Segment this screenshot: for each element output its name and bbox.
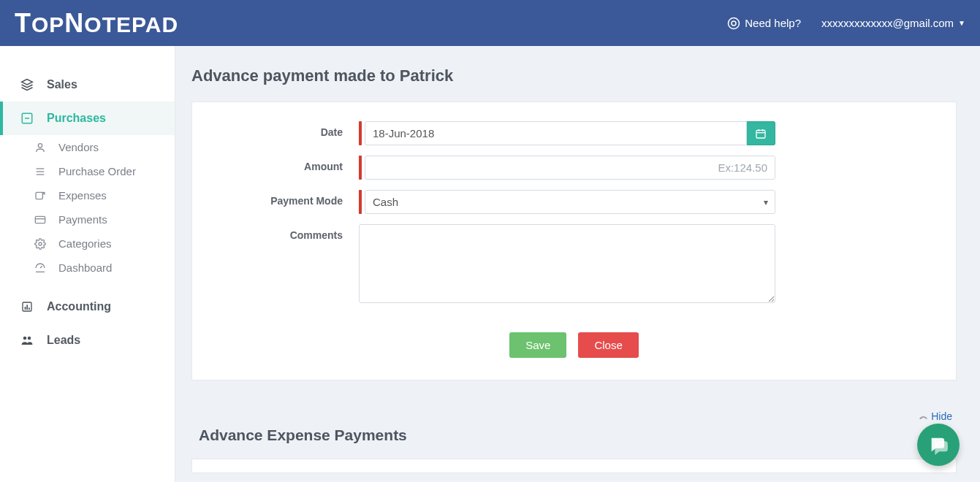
sidebar-item-categories[interactable]: Categories bbox=[0, 232, 175, 256]
svg-rect-9 bbox=[36, 192, 42, 199]
sidebar-item-purchase-order[interactable]: Purchase Order bbox=[0, 159, 175, 183]
sidebar-label-dashboard: Dashboard bbox=[58, 261, 112, 274]
hide-label: Hide bbox=[931, 410, 952, 422]
chevron-up-icon: ︽ bbox=[919, 410, 928, 422]
gauge-icon bbox=[34, 262, 47, 274]
chart-icon bbox=[20, 301, 34, 313]
sidebar-item-leads[interactable]: Leads bbox=[0, 324, 175, 357]
gear-icon bbox=[34, 238, 47, 250]
calendar-icon bbox=[755, 128, 767, 139]
payment-mode-select[interactable]: Cash bbox=[365, 190, 775, 214]
close-button[interactable]: Close bbox=[578, 332, 638, 358]
user-icon bbox=[34, 142, 47, 153]
save-button[interactable]: Save bbox=[509, 332, 566, 358]
chevron-down-icon: ▼ bbox=[958, 19, 965, 27]
comments-textarea[interactable] bbox=[359, 224, 775, 303]
sidebar-item-sales[interactable]: Sales bbox=[0, 68, 175, 102]
sidebar-item-vendors[interactable]: Vendors bbox=[0, 135, 175, 159]
square-minus-icon bbox=[20, 112, 34, 125]
chat-icon bbox=[928, 435, 949, 455]
chat-widget-button[interactable] bbox=[917, 424, 960, 466]
sidebar-label-payments: Payments bbox=[58, 213, 107, 226]
sidebar-label-purchases: Purchases bbox=[47, 112, 106, 125]
date-input[interactable] bbox=[365, 121, 747, 145]
list-icon bbox=[34, 166, 47, 177]
sidebar-item-accounting[interactable]: Accounting bbox=[0, 290, 175, 324]
people-icon bbox=[20, 334, 34, 347]
date-picker-button[interactable] bbox=[747, 121, 775, 145]
page-title: Advance payment made to Patrick bbox=[191, 66, 957, 85]
svg-point-1 bbox=[732, 21, 736, 26]
required-indicator bbox=[359, 121, 362, 145]
sidebar-item-dashboard[interactable]: Dashboard bbox=[0, 256, 175, 280]
sidebar-label-accounting: Accounting bbox=[47, 300, 111, 313]
required-indicator bbox=[359, 190, 362, 214]
amount-input[interactable] bbox=[365, 156, 775, 180]
sidebar-item-expenses[interactable]: Expenses bbox=[0, 183, 175, 207]
sidebar: Sales Purchases Vendors bbox=[0, 46, 175, 482]
topbar: TopNotepad Need help? xxxxxxxxxxxxx@gmai… bbox=[0, 0, 980, 46]
sidebar-item-payments[interactable]: Payments bbox=[0, 207, 175, 232]
layers-icon bbox=[20, 78, 34, 91]
need-help-link[interactable]: Need help? bbox=[727, 17, 801, 30]
sidebar-label-vendors: Vendors bbox=[58, 141, 99, 153]
svg-marker-2 bbox=[22, 80, 33, 85]
user-menu[interactable]: xxxxxxxxxxxxx@gmail.com ▼ bbox=[821, 17, 965, 29]
svg-point-0 bbox=[729, 18, 740, 28]
sidebar-label-purchase-order: Purchase Order bbox=[58, 165, 136, 177]
payment-mode-label: Payment Mode bbox=[213, 190, 359, 207]
date-label: Date bbox=[213, 121, 359, 138]
svg-rect-21 bbox=[756, 130, 765, 138]
credit-card-icon bbox=[34, 214, 47, 226]
help-icon bbox=[727, 17, 740, 30]
advance-expense-payments-title: Advance Expense Payments bbox=[199, 426, 957, 444]
svg-rect-16 bbox=[25, 307, 26, 310]
brand-logo: TopNotepad bbox=[15, 8, 178, 39]
need-help-label: Need help? bbox=[745, 17, 801, 29]
svg-rect-18 bbox=[29, 307, 30, 310]
sidebar-label-sales: Sales bbox=[47, 78, 77, 91]
svg-point-20 bbox=[28, 337, 31, 340]
svg-point-19 bbox=[23, 337, 27, 340]
advance-payment-form-card: Date bbox=[191, 102, 957, 380]
comments-label: Comments bbox=[213, 224, 359, 241]
user-email: xxxxxxxxxxxxx@gmail.com bbox=[821, 17, 954, 29]
sidebar-item-purchases[interactable]: Purchases bbox=[0, 102, 175, 135]
svg-point-5 bbox=[38, 143, 42, 147]
sidebar-label-expenses: Expenses bbox=[58, 189, 107, 202]
amount-label: Amount bbox=[213, 156, 359, 172]
svg-rect-17 bbox=[26, 305, 28, 310]
hide-toggle[interactable]: ︽ Hide bbox=[191, 410, 952, 422]
main-content: Advance payment made to Patrick Date bbox=[175, 46, 980, 482]
svg-point-12 bbox=[39, 242, 42, 245]
svg-rect-10 bbox=[35, 216, 45, 223]
sidebar-label-leads: Leads bbox=[47, 334, 80, 347]
sidebar-label-categories: Categories bbox=[58, 237, 112, 250]
svg-line-13 bbox=[40, 266, 42, 268]
share-icon bbox=[34, 190, 47, 202]
required-indicator bbox=[359, 156, 362, 180]
advance-expense-payments-card bbox=[191, 459, 957, 473]
